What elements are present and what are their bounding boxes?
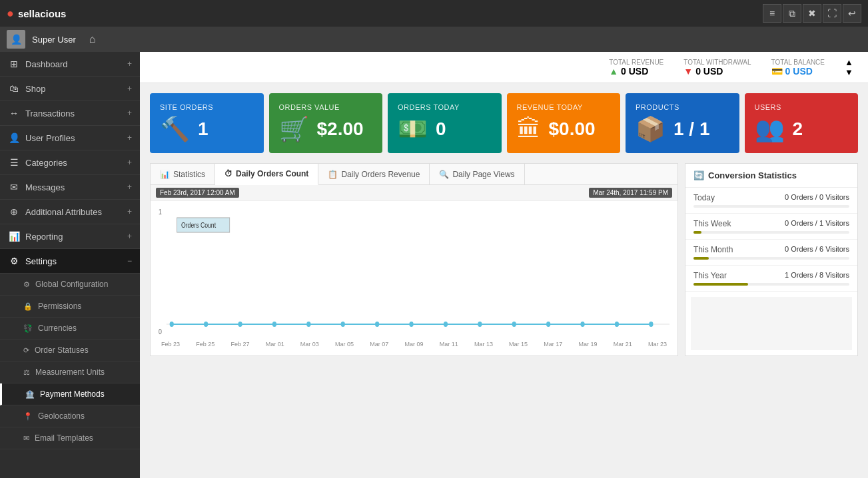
statistics-icon: 📊 [160,170,170,179]
tile-site-orders: SITE ORDERS 🔨 1 [150,93,264,153]
tiles-container: SITE ORDERS 🔨 1 ORDERS VALUE 🛒 $2.00 ORD… [140,83,868,163]
svg-point-14 [478,322,482,327]
svg-point-8 [272,322,276,327]
tile-label: USERS [755,103,849,111]
expand-icon: + [127,59,132,69]
svg-point-18 [615,322,619,327]
sidebar-item-reporting[interactable]: 📊 Reporting + [0,224,140,249]
dashboard-icon: ⊞ [8,59,20,69]
orders-revenue-icon: 📋 [328,170,338,179]
global-config-icon: ⚙ [23,280,30,289]
sidebar-subitem-label: Payment Methods [40,389,105,399]
sidebar-item-transactions[interactable]: ↔ Transactions + [0,101,140,126]
sidebar-subitem-measurement-units[interactable]: ⚖ Measurement Units [0,361,140,383]
username: Super User [32,35,76,45]
expand-icon: + [127,84,132,93]
sidebar-subitem-label: Measurement Units [35,367,105,377]
total-balance-value: 💳 0 USD [771,66,825,77]
tile-label: ORDERS TODAY [398,103,492,111]
sidebar-subitem-label: Geolocations [38,411,85,421]
userbar: 👤 Super User ⌂ [0,27,868,52]
menu-toggle-button[interactable]: ≡ [763,4,781,23]
sidebar-item-label: Messages [25,182,65,192]
chart-xaxis: Feb 23 Feb 25 Feb 27 Mar 01 Mar 03 Mar 0… [156,340,672,350]
main-layout: ⊞ Dashboard + 🛍 Shop + ↔ Transactions + … [0,52,868,478]
conversion-row-week: This Week 0 Orders / 1 Visitors [685,214,857,240]
date-start-tag: Feb 23rd, 2017 12:00 AM [156,188,239,198]
tile-icon-orders-today: 💵 [398,115,428,143]
stats-header: TOTAL REVENUE ▲ 0 USD TOTAL WITHDRAWAL ▼… [140,52,868,83]
svg-point-16 [546,322,550,327]
total-withdrawal-value: ▼ 0 USD [683,66,751,77]
logo-text: sellacious [18,8,67,19]
email-templates-icon: ✉ [23,434,29,443]
svg-point-15 [512,322,516,327]
back-button[interactable]: ↩ [843,4,861,23]
transactions-icon: ↔ [8,108,20,119]
fullscreen-button[interactable]: ⛶ [823,4,841,23]
scroll-indicator[interactable]: ▲▼ [845,57,858,77]
sidebar-subitem-order-statuses[interactable]: ⟳ Order Statuses [0,340,140,361]
tab-daily-orders-count[interactable]: ⏱ Daily Orders Count [215,164,318,185]
sidebar-subitem-geolocations[interactable]: 📍 Geolocations [0,405,140,427]
tab-daily-page-views[interactable]: 🔍 Daily Page Views [430,164,524,184]
reporting-icon: 📊 [8,231,20,242]
tile-label: PRODUCTS [636,103,729,111]
shop-icon: 🛍 [8,83,20,94]
expand-icon: + [127,133,132,142]
new-window-button[interactable]: ⧉ [783,4,801,23]
collapse-icon: − [127,256,132,266]
sidebar-subitem-currencies[interactable]: 💱 Currencies [0,318,140,340]
sidebar-item-categories[interactable]: ☰ Categories + [0,150,140,175]
home-icon[interactable]: ⌂ [89,33,96,45]
sidebar-subitem-label: Currencies [38,324,77,333]
tile-icon-orders-value: 🛒 [279,115,309,143]
tab-daily-orders-revenue[interactable]: 📋 Daily Orders Revenue [318,164,430,184]
svg-point-19 [649,322,653,327]
avatar: 👤 [7,30,25,49]
conv-bar-week [693,231,701,234]
sidebar-subitem-permissions[interactable]: 🔒 Permissions [0,296,140,318]
svg-point-13 [444,322,448,327]
currencies-icon: 💱 [23,324,33,333]
permissions-icon: 🔒 [23,302,33,311]
sidebar-item-additional-attributes[interactable]: ⊕ Additional Attributes + [0,200,140,224]
sidebar-item-shop[interactable]: 🛍 Shop + [0,77,140,101]
messages-icon: ✉ [8,182,20,192]
total-revenue-value: ▲ 0 USD [609,66,663,77]
tile-users: USERS 👥 2 [745,93,859,153]
sidebar-subitem-label: Permissions [38,302,81,311]
sidebar-item-settings[interactable]: ⚙ Settings − [0,249,140,274]
total-revenue-stat: TOTAL REVENUE ▲ 0 USD [609,59,663,77]
sidebar-subitem-label: Global Configuration [35,280,108,289]
sidebar-subitem-label: Order Statuses [35,346,89,355]
date-end-tag: Mar 24th, 2017 11:59 PM [589,188,672,198]
svg-point-9 [306,322,310,327]
total-revenue-label: TOTAL REVENUE [609,59,663,66]
tab-statistics[interactable]: 📊 Statistics [151,164,215,184]
joomla-button[interactable]: ✖ [803,4,821,23]
sidebar-item-messages[interactable]: ✉ Messages + [0,175,140,200]
sidebar-item-user-profiles[interactable]: 👤 User Profiles + [0,126,140,150]
svg-text:0: 0 [159,328,162,336]
conv-bar-year [693,283,748,286]
tile-label: ORDERS VALUE [279,103,373,111]
measurement-units-icon: ⚖ [23,368,30,377]
page-views-icon: 🔍 [439,170,449,179]
svg-point-17 [580,322,584,327]
sidebar-subitem-email-templates[interactable]: ✉ Email Templates [0,427,140,449]
svg-point-12 [409,322,413,327]
tile-value-site-orders: 1 [198,119,209,140]
total-balance-label: TOTAL BALANCE [771,59,825,66]
sidebar-subitem-global-config[interactable]: ⚙ Global Configuration [0,274,140,296]
sidebar-subitem-payment-methods[interactable]: 🏦 Payment Methods [0,383,140,405]
svg-point-7 [238,322,242,327]
conversion-placeholder [691,297,852,350]
sidebar-item-dashboard[interactable]: ⊞ Dashboard + [0,52,140,77]
topbar-actions: ≡ ⧉ ✖ ⛶ ↩ [763,4,861,23]
tile-value-users: 2 [793,119,803,140]
sidebar: ⊞ Dashboard + 🛍 Shop + ↔ Transactions + … [0,52,140,478]
main-chart: 📊 Statistics ⏱ Daily Orders Count 📋 Dail… [150,163,678,356]
tile-value-orders-today: 0 [436,119,446,140]
logo: ● sellacious [7,7,66,21]
